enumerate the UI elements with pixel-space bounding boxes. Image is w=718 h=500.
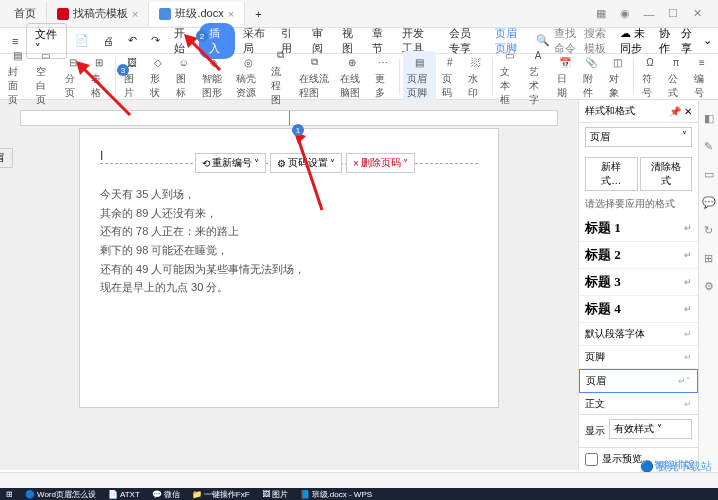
close-panel-icon[interactable]: ✕ <box>684 106 692 117</box>
ribbon-pagebreak[interactable]: ⊟分页 <box>61 51 85 102</box>
ribbon-watermark[interactable]: ⛆水印 <box>464 51 488 102</box>
maximize-icon[interactable]: ☐ <box>664 5 682 23</box>
print-icon[interactable]: 🖨 <box>97 32 120 50</box>
style-default-font[interactable]: 默认段落字体↵ <box>579 323 698 346</box>
select-icon[interactable]: ▭ <box>701 166 717 182</box>
doc-icon <box>57 8 69 20</box>
text-line: 还有的 78 人正在：来的路上 <box>100 222 478 241</box>
comment-icon[interactable]: 💬 <box>701 194 717 210</box>
settings-icon[interactable]: ⚙ <box>701 278 717 294</box>
status-bar <box>0 472 718 488</box>
ribbon-table[interactable]: ⊞表格 <box>87 51 111 102</box>
minimize-icon[interactable]: — <box>640 5 658 23</box>
step-badge-1: 1 <box>292 124 304 136</box>
ribbon-more[interactable]: ⋯更多 <box>371 51 395 102</box>
user-icon[interactable]: ◉ <box>616 5 634 23</box>
new-style-button[interactable]: 新样式… <box>585 157 638 191</box>
taskbar-item[interactable]: 💬 微信 <box>152 489 180 500</box>
style-header[interactable]: 页眉↵˅ <box>579 369 698 393</box>
current-style: 页眉 ˅ <box>579 123 698 155</box>
text-line: 现在是早上的九点 30 分。 <box>100 278 478 297</box>
ribbon-attachment[interactable]: 📎附件 <box>579 51 603 102</box>
styles-panel: 样式和格式 📌 ✕ 页眉 ˅ 新样式… 清除格式 请选择要应用的格式 标题 1↵… <box>578 100 698 470</box>
document-area: 页眉 I ⟲ 重新编号 ˅ ⚙ 页码设置 ˅ × 删除页码 ˅ 1 今天有 35… <box>0 100 578 470</box>
ribbon-mindmap[interactable]: ⊕在线脑图 <box>336 51 369 102</box>
current-style-dropdown[interactable]: 页眉 ˅ <box>585 127 692 147</box>
step-badge-2: 2 <box>196 30 208 42</box>
taskbar: ⊞ 🔵 Word页眉怎么设 📄 ATXT 💬 微信 📁 一键操作FxF 🖼 图片… <box>0 488 718 500</box>
text-line: 今天有 35 人到场， <box>100 185 478 204</box>
undo-icon[interactable]: ↶ <box>122 31 143 50</box>
document-body: 今天有 35 人到场， 其余的 89 人还没有来， 还有的 78 人正在：来的路… <box>100 179 478 303</box>
document-page[interactable]: I ⟲ 重新编号 ˅ ⚙ 页码设置 ˅ × 删除页码 ˅ 1 今天有 35 人到… <box>79 128 499 408</box>
styles-panel-header: 样式和格式 📌 ✕ <box>579 100 698 123</box>
tab-home[interactable]: 首页 <box>4 2 47 26</box>
taskbar-item[interactable]: 📄 ATXT <box>108 490 140 499</box>
styles-list: 标题 1↵ 标题 2↵ 标题 3↵ 标题 4↵ 默认段落字体↵ 页脚↵ 页眉↵˅… <box>579 215 698 414</box>
styles-title: 样式和格式 <box>585 104 635 118</box>
right-toolbar: ◧ ✎ ▭ 💬 ↻ ⊞ ⚙ <box>698 100 718 470</box>
taskbar-item[interactable]: 🔵 Word页眉怎么设 <box>25 489 96 500</box>
toolbox-icon[interactable]: ◧ <box>701 110 717 126</box>
styles-hint: 请选择要应用的格式 <box>579 193 698 215</box>
delete-pagenum-button[interactable]: × 删除页码 ˅ <box>346 153 415 173</box>
ribbon-resources[interactable]: ◎稿壳资源 <box>232 51 265 102</box>
redo-icon[interactable]: ↷ <box>145 31 166 50</box>
style-heading1[interactable]: 标题 1↵ <box>579 215 698 242</box>
header-editing-area[interactable]: I ⟲ 重新编号 ˅ ⚙ 页码设置 ˅ × 删除页码 ˅ <box>100 149 478 164</box>
ribbon-symbol[interactable]: Ω符号 <box>638 51 662 102</box>
ribbon-header-footer[interactable]: ▤页眉页脚 <box>403 51 436 102</box>
ribbon-icons[interactable]: ☺图标 <box>172 51 196 102</box>
page-setup-button[interactable]: ⚙ 页码设置 ˅ <box>270 153 342 173</box>
style-body[interactable]: 正文↵ <box>579 393 698 414</box>
close-icon[interactable]: × <box>228 8 234 20</box>
style-heading4[interactable]: 标题 4↵ <box>579 296 698 323</box>
dropdown-icon[interactable]: ⌄ <box>703 34 712 47</box>
text-cursor: I <box>100 149 103 163</box>
ribbon-image[interactable]: 🖼图片 <box>120 51 144 102</box>
tab-document[interactable]: 班级.docx× <box>149 2 245 26</box>
text-line: 剩下的 98 可能还在睡觉， <box>100 241 478 260</box>
text-line: 还有的 49 人可能因为某些事情无法到场， <box>100 260 478 279</box>
ribbon-date[interactable]: 📅日期 <box>553 51 577 102</box>
ribbon-shapes[interactable]: ◇形状 <box>146 51 170 102</box>
style-heading3[interactable]: 标题 3↵ <box>579 269 698 296</box>
pencil-icon[interactable]: ✎ <box>701 138 717 154</box>
display-filter[interactable]: 有效样式 ˅ <box>609 419 692 439</box>
display-label: 显示 <box>585 424 605 438</box>
template-icon[interactable]: ⊞ <box>701 250 717 266</box>
clear-format-button[interactable]: 清除格式 <box>640 157 693 191</box>
text-line: 其余的 89 人还没有来， <box>100 204 478 223</box>
ribbon-smartart[interactable]: ◈智能图形 <box>198 51 231 102</box>
header-tag: 页眉 <box>0 148 13 168</box>
show-preview-label: 显示预览 <box>602 452 642 466</box>
renumber-button[interactable]: ⟲ 重新编号 ˅ <box>195 153 266 173</box>
wps-icon <box>159 8 171 20</box>
taskbar-item[interactable]: 🖼 图片 <box>262 489 288 500</box>
header-floating-toolbar: ⟲ 重新编号 ˅ ⚙ 页码设置 ˅ × 删除页码 ˅ <box>195 153 415 173</box>
show-preview-checkbox[interactable] <box>585 453 598 466</box>
ribbon-online-flow[interactable]: ⧉在线流程图 <box>295 51 334 102</box>
ribbon-pagenum[interactable]: #页码 <box>438 51 462 102</box>
save-icon[interactable]: 📄 <box>69 31 95 50</box>
taskbar-item[interactable]: 📘 班级.docx - WPS <box>300 489 372 500</box>
close-icon[interactable]: × <box>132 8 138 20</box>
tab-template[interactable]: 找稿壳模板× <box>47 2 149 26</box>
style-heading2[interactable]: 标题 2↵ <box>579 242 698 269</box>
taskbar-item[interactable]: 📁 一键操作FxF <box>192 489 250 500</box>
ribbon-object[interactable]: ◫对象 <box>605 51 629 102</box>
pin-icon[interactable]: 📌 <box>669 106 681 117</box>
ribbon-numbering[interactable]: ≡编号 <box>690 51 714 102</box>
grid-icon[interactable]: ▦ <box>592 5 610 23</box>
start-icon[interactable]: ⊞ <box>6 490 13 499</box>
ruler[interactable] <box>20 110 558 126</box>
style-footer[interactable]: 页脚↵ <box>579 346 698 369</box>
window-controls: ▦ ◉ — ☐ ✕ <box>592 5 714 23</box>
step-badge-3: 3 <box>117 64 129 76</box>
styles-footer: 显示 有效样式 ˅ <box>579 414 698 447</box>
ribbon: ▤封面页 ▭空白页 ⊟分页 ⊞表格 🖼图片 ◇形状 ☺图标 ◈智能图形 ◎稿壳资… <box>0 54 718 100</box>
ribbon-formula[interactable]: π公式 <box>664 51 688 102</box>
history-icon[interactable]: ↻ <box>701 222 717 238</box>
close-window-icon[interactable]: ✕ <box>688 5 706 23</box>
workspace: 页眉 I ⟲ 重新编号 ˅ ⚙ 页码设置 ˅ × 删除页码 ˅ 1 今天有 35… <box>0 100 718 470</box>
